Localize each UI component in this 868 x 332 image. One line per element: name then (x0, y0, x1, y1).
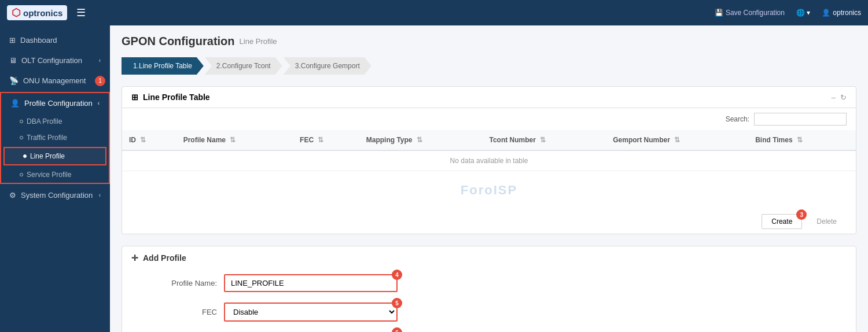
sidebar-sub-service[interactable]: Service Profile (1, 167, 109, 183)
line-profile-table: ID ⇅ Profile Name ⇅ FEC ⇅ (122, 130, 856, 171)
badge-5: 5 (392, 298, 402, 308)
save-icon: 💾 (715, 9, 723, 17)
sidebar-sub-label: DBA Profile (27, 117, 62, 126)
col-mapping-type: Mapping Type ⇅ (359, 130, 483, 150)
main-content: GPON Configuration Line Profile 1.Line P… (110, 25, 868, 332)
wizard-steps: 1.Line Profile Table 2.Configure Tcont 3… (122, 57, 856, 75)
sidebar-item-label: Profile Configuration (24, 99, 93, 108)
wizard-step-2[interactable]: 2.Configure Tcont (205, 57, 282, 75)
fec-label: FEC (131, 308, 224, 316)
profile-name-label: Profile Name: (131, 279, 224, 287)
service-dot (20, 173, 23, 176)
search-row: Search: (122, 108, 856, 130)
add-icon: ✛ (131, 253, 138, 263)
user-label: optronics (833, 9, 861, 17)
line-dot (23, 154, 27, 158)
sort-profile-icon[interactable]: ⇅ (230, 136, 236, 144)
card-header-left: ⊞ Line Profile Table (131, 93, 210, 102)
sort-bind-icon[interactable]: ⇅ (797, 136, 803, 144)
minimize-icon[interactable]: – (832, 93, 836, 102)
page-title: GPON Configuration (122, 35, 235, 48)
sidebar-item-system-config[interactable]: ⚙ System Configuration ‹ (0, 185, 110, 205)
sidebar-sub-traffic[interactable]: Traffic Profile (1, 130, 109, 146)
profile-config-section: 👤 Profile Configuration ‹ DBA Profile Tr… (0, 92, 110, 184)
user-icon: 👤 (822, 9, 830, 17)
profile-chevron: ‹ (98, 100, 100, 106)
col-gemport: Gemport Number ⇅ (606, 130, 748, 150)
col-tcont: Tcont Number ⇅ (482, 130, 606, 150)
sidebar-item-label: Dashboard (20, 36, 57, 45)
system-icon: ⚙ (9, 191, 16, 200)
sidebar-sub-label: Service Profile (27, 171, 71, 179)
sidebar: ⊞ Dashboard 🖥 OLT Configuration ‹ 📡 ONU … (0, 25, 110, 332)
no-data-cell: No data available in table (122, 150, 856, 171)
delete-button[interactable]: Delete (807, 214, 847, 229)
badge-3: 3 (796, 209, 807, 220)
table-header-row: ID ⇅ Profile Name ⇅ FEC ⇅ (122, 130, 856, 150)
sort-tcont-icon[interactable]: ⇅ (540, 136, 546, 144)
sidebar-sub-dba[interactable]: DBA Profile (1, 113, 109, 130)
fec-select[interactable]: Disable Enable (224, 303, 398, 322)
table-title: Line Profile Table (143, 93, 210, 102)
badge-4: 4 (392, 270, 402, 280)
table-empty-row: No data available in table (122, 150, 856, 171)
add-profile-title: Add Profile (143, 253, 186, 263)
wizard-step-1[interactable]: 1.Line Profile Table (122, 57, 204, 75)
add-profile-card: ✛ Add Profile Profile Name: 4 FEC (122, 246, 856, 332)
add-profile-header: ✛ Add Profile (122, 246, 856, 270)
olt-icon: 🖥 (9, 56, 17, 65)
brand-name: optronics (23, 8, 62, 18)
page-header: GPON Configuration Line Profile (122, 35, 856, 48)
search-label: Search: (726, 115, 749, 123)
wizard-step-3[interactable]: 3.Configure Gemport (284, 57, 372, 75)
hamburger-icon[interactable]: ☰ (76, 6, 86, 19)
top-navbar: ⬡ optronics ☰ 💾 Save Configuration 🌐 ▾ 👤… (0, 0, 868, 25)
fec-group: FEC Disable Enable 5 (122, 303, 856, 322)
col-id: ID ⇅ (122, 130, 176, 150)
traffic-dot (20, 136, 23, 139)
table-icon: ⊞ (131, 93, 138, 102)
refresh-icon[interactable]: ↻ (840, 93, 847, 102)
sidebar-item-onu[interactable]: 📡 ONU Management 1 (0, 71, 110, 91)
action-row: Create 3 Delete (122, 209, 856, 234)
badge-6: 6 (392, 327, 402, 332)
sort-id-icon[interactable]: ⇅ (140, 136, 146, 144)
dashboard-icon: ⊞ (9, 36, 16, 45)
save-config-button[interactable]: 💾 Save Configuration (715, 9, 785, 17)
watermark: ForoISP (122, 171, 856, 209)
card-header-right: – ↻ (832, 93, 847, 102)
col-profile-name: Profile Name ⇅ (176, 130, 293, 150)
step1-label: 1.Line Profile Table (133, 62, 192, 70)
sort-fec-icon[interactable]: ⇅ (318, 136, 323, 144)
col-bind-times: Bind Times ⇅ (748, 130, 856, 150)
main-layout: ⊞ Dashboard 🖥 OLT Configuration ‹ 📡 ONU … (0, 25, 868, 332)
table-container: ID ⇅ Profile Name ⇅ FEC ⇅ (122, 130, 856, 171)
sidebar-item-profile-config[interactable]: 👤 Profile Configuration ‹ (1, 93, 109, 113)
sidebar-item-dashboard[interactable]: ⊞ Dashboard (0, 30, 110, 50)
sidebar-item-olt[interactable]: 🖥 OLT Configuration ‹ (0, 50, 110, 71)
card-header: ⊞ Line Profile Table – ↻ (122, 87, 856, 108)
col-fec: FEC ⇅ (293, 130, 359, 150)
sort-gemport-icon[interactable]: ⇅ (674, 136, 680, 144)
step3-label: 3.Configure Gemport (295, 62, 360, 70)
logo-icon: ⬡ (12, 6, 21, 19)
user-menu[interactable]: 👤 optronics (822, 9, 861, 17)
profile-name-group: Profile Name: 4 (122, 274, 856, 292)
globe-icon[interactable]: 🌐 ▾ (796, 9, 810, 17)
navbar-right: 💾 Save Configuration 🌐 ▾ 👤 optronics (715, 9, 861, 17)
sidebar-sub-line-profile[interactable]: Line Profile (3, 147, 106, 165)
olt-chevron: ‹ (99, 57, 101, 64)
step2-label: 2.Configure Tcont (216, 62, 271, 70)
search-input[interactable] (754, 113, 847, 126)
sidebar-sub-label: Line Profile (30, 152, 65, 160)
onu-badge: 1 (95, 76, 105, 86)
line-profile-table-card: ⊞ Line Profile Table – ↻ Search: (122, 86, 856, 234)
dba-dot (20, 120, 23, 123)
sort-mapping-icon[interactable]: ⇅ (417, 136, 422, 144)
sidebar-item-label: System Configuration (21, 191, 93, 200)
profile-name-input[interactable] (224, 274, 398, 292)
onu-icon: 📡 (9, 76, 19, 85)
sidebar-item-label: ONU Management (23, 76, 86, 85)
brand-logo: ⬡ optronics (7, 5, 67, 20)
save-config-label: Save Configuration (726, 9, 785, 17)
